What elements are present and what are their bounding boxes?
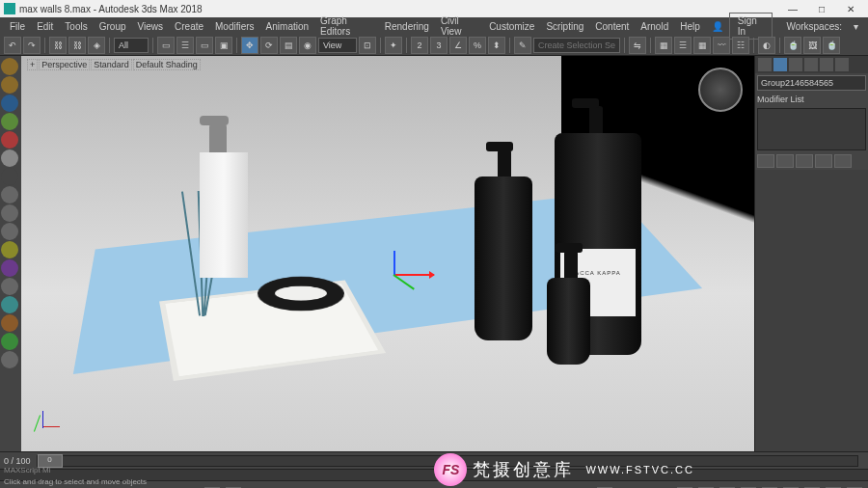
lt-light-icon[interactable] xyxy=(1,76,18,94)
angle-snap-button[interactable]: ∠ xyxy=(449,37,467,54)
scale-button[interactable]: ▤ xyxy=(280,37,297,54)
render-frame-button[interactable]: 🖼 xyxy=(803,37,821,54)
lt-sys-icon[interactable] xyxy=(1,149,18,167)
rollout-area xyxy=(755,170,868,451)
lt-g-icon[interactable] xyxy=(1,296,18,313)
menu-help[interactable]: Help xyxy=(674,19,706,34)
lt-obj-icon[interactable] xyxy=(1,58,18,75)
align-button[interactable]: ▦ xyxy=(655,37,672,54)
lt-j-icon[interactable] xyxy=(1,351,18,368)
modifier-list-label[interactable]: Modifier List xyxy=(757,95,866,104)
material-editor-button[interactable]: ◐ xyxy=(758,37,775,54)
lt-c-icon[interactable] xyxy=(1,223,18,240)
tab-create[interactable] xyxy=(758,58,772,71)
configure-button[interactable] xyxy=(834,154,852,168)
maximize-button[interactable]: □ xyxy=(808,1,835,16)
lt-d-icon[interactable] xyxy=(1,241,18,258)
prompt-hint: Click and drag to select and move object… xyxy=(4,477,147,486)
menu-customize[interactable]: Customize xyxy=(483,19,540,34)
menu-edit[interactable]: Edit xyxy=(31,19,59,34)
render-button[interactable]: 🍵 xyxy=(823,37,840,54)
object-name-field[interactable]: Group2146584565 xyxy=(757,75,866,91)
unique-button[interactable] xyxy=(796,154,813,168)
window-title: max walls 8.max - Autodesk 3ds Max 2018 xyxy=(19,4,779,14)
manipulate-button[interactable]: ✦ xyxy=(385,37,402,54)
move-button[interactable]: ✥ xyxy=(241,37,258,54)
workspaces-dropdown[interactable]: ▾ xyxy=(848,19,864,34)
scene: ACCA KAPPA xyxy=(21,56,754,451)
viewcube[interactable] xyxy=(698,68,743,112)
menu-scripting[interactable]: Scripting xyxy=(540,19,589,34)
select-name-button[interactable]: ☰ xyxy=(176,37,194,54)
minimize-button[interactable]: — xyxy=(779,1,806,16)
gizmo-y-axis[interactable] xyxy=(393,274,414,290)
lt-b-icon[interactable] xyxy=(1,204,18,222)
bind-button[interactable]: ◈ xyxy=(88,37,105,54)
layers-button[interactable]: ☰ xyxy=(674,37,692,54)
menu-modifiers[interactable]: Modifiers xyxy=(209,19,260,34)
menu-file[interactable]: File xyxy=(4,19,31,34)
lt-h-icon[interactable] xyxy=(1,314,18,332)
named-sel-input[interactable] xyxy=(533,38,620,53)
percent-snap-button[interactable]: % xyxy=(469,37,486,54)
snap-toggle-2[interactable]: 2 xyxy=(411,37,428,54)
menu-civilview[interactable]: Civil View xyxy=(435,14,483,39)
lt-e-icon[interactable] xyxy=(1,259,18,277)
user-icon: 👤 xyxy=(706,19,729,34)
lt-space-icon[interactable] xyxy=(1,131,18,149)
lt-a-icon[interactable] xyxy=(1,186,18,203)
gizmo-x-axis[interactable] xyxy=(393,274,434,276)
rotate-button[interactable]: ⟳ xyxy=(260,37,278,54)
select-region-button[interactable]: ▭ xyxy=(196,37,213,54)
lt-i-icon[interactable] xyxy=(1,333,18,350)
schematic-button[interactable]: ☷ xyxy=(732,37,749,54)
render-setup-button[interactable]: 🍵 xyxy=(784,37,801,54)
menu-create[interactable]: Create xyxy=(169,19,209,34)
modifier-stack[interactable] xyxy=(757,108,866,150)
menu-rendering[interactable]: Rendering xyxy=(379,19,435,34)
pin-stack-button[interactable] xyxy=(757,154,774,168)
soap-dispenser xyxy=(200,152,248,278)
tab-utilities[interactable] xyxy=(835,58,849,71)
undo-button[interactable]: ↶ xyxy=(4,37,21,54)
menu-content[interactable]: Content xyxy=(589,19,635,34)
menu-views[interactable]: Views xyxy=(132,19,170,34)
tab-motion[interactable] xyxy=(804,58,818,71)
transform-gizmo[interactable] xyxy=(393,251,451,299)
stack-buttons xyxy=(757,154,866,168)
redo-button[interactable]: ↷ xyxy=(23,37,41,54)
refcoord-dropdown[interactable] xyxy=(318,38,357,53)
maxscript-label[interactable]: MAXScript Mi xyxy=(4,466,50,474)
time-slider[interactable]: 0 xyxy=(37,455,858,467)
unlink-button[interactable]: ⛓ xyxy=(68,37,86,54)
workspaces-label: Workspaces: xyxy=(780,19,848,34)
menu-group[interactable]: Group xyxy=(94,19,132,34)
menu-grapheditors[interactable]: Graph Editors xyxy=(314,14,379,39)
gizmo-z-axis[interactable] xyxy=(393,251,395,276)
place-button[interactable]: ◉ xyxy=(299,37,316,54)
curve-editor-button[interactable]: 〰 xyxy=(713,37,730,54)
lt-f-icon[interactable] xyxy=(1,278,18,295)
close-button[interactable]: ✕ xyxy=(837,1,864,16)
spinner-snap-button[interactable]: ⬍ xyxy=(488,37,505,54)
menu-tools[interactable]: Tools xyxy=(59,19,93,34)
select-button[interactable]: ▭ xyxy=(157,37,175,54)
viewport[interactable]: +PerspectiveStandardDefault Shading ACCA… xyxy=(21,56,754,451)
snap-toggle-3[interactable]: 3 xyxy=(430,37,448,54)
remove-mod-button[interactable] xyxy=(815,154,832,168)
menu-arnold[interactable]: Arnold xyxy=(635,19,674,34)
toggle-ribbon-button[interactable]: ▦ xyxy=(693,37,711,54)
selection-filter[interactable] xyxy=(114,38,149,53)
tab-modify[interactable] xyxy=(773,58,787,71)
pivot-button[interactable]: ⊡ xyxy=(359,37,376,54)
window-crossing-button[interactable]: ▣ xyxy=(215,37,232,54)
tab-display[interactable] xyxy=(820,58,833,71)
tab-hierarchy[interactable] xyxy=(789,58,802,71)
show-end-button[interactable] xyxy=(776,154,794,168)
lt-camera-icon[interactable] xyxy=(1,95,18,112)
lt-helper-icon[interactable] xyxy=(1,113,18,130)
mirror-button[interactable]: ⇋ xyxy=(629,37,646,54)
named-sel-button[interactable]: ✎ xyxy=(514,37,531,54)
menu-animation[interactable]: Animation xyxy=(260,19,314,34)
link-button[interactable]: ⛓ xyxy=(49,37,67,54)
